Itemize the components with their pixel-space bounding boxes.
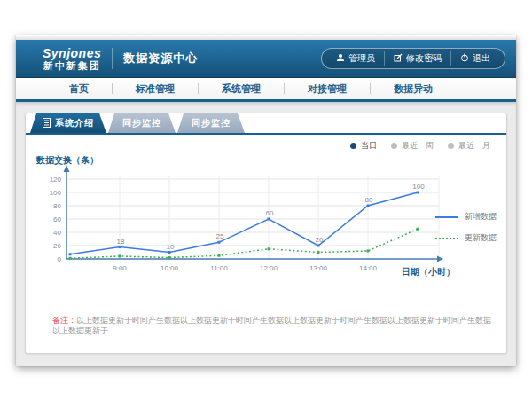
logout-label: 退出 [473,52,490,65]
exchange-line-chart: 数据交换（条）日期（小时）0204060801001209:0010:0011:… [33,154,458,294]
svg-text:20: 20 [316,236,324,244]
svg-text:10: 10 [167,243,175,251]
chart-legend: 新增数据 更新数据 [435,211,497,244]
svg-text:80: 80 [365,196,373,204]
radio-label: 最近一周 [402,140,434,152]
svg-text:12:00: 12:00 [260,264,278,272]
company-logo: Synjones 新中新集团 [43,47,101,71]
nav-item-data-change[interactable]: 数据异动 [371,82,456,96]
svg-text:0: 0 [58,255,62,263]
edit-icon [394,53,403,64]
svg-text:13:00: 13:00 [309,264,328,272]
svg-text:100: 100 [50,189,62,197]
user-account-label: 管理员 [348,52,375,65]
radio-label: 当日 [361,140,377,152]
legend-label: 新增数据 [465,211,497,223]
legend-item-updated-data: 更新数据 [435,232,497,244]
svg-text:日期（小时）: 日期（小时） [402,267,455,277]
radio-last-week[interactable]: 最近一周 [391,140,434,152]
svg-text:10:00: 10:00 [160,264,179,272]
svg-text:9:00: 9:00 [113,264,127,272]
svg-text:11:00: 11:00 [210,264,228,272]
footnote: 备注：以上数据更新于时间产生数据以上数据更新于时间产生数据以上数据更新于时间产生… [52,316,497,336]
main-panel: 系统介绍 同步监控 同步监控 当日 [25,113,507,354]
header-divider [112,48,113,69]
change-password-button[interactable]: 修改密码 [384,51,450,66]
logo-text-en: Synjones [43,47,101,59]
nav-item-connection-mgmt[interactable]: 对接管理 [285,82,370,96]
legend-line-dotted-icon [435,238,458,239]
content-area: 系统介绍 同步监控 同步监控 当日 [16,102,516,366]
power-icon [460,53,469,64]
radio-dot-icon [391,143,397,149]
tab-label: 同步监控 [122,117,161,129]
page-title: 数据资源中心 [123,51,198,66]
nav-item-home[interactable]: 首页 [46,82,112,96]
radio-today[interactable]: 当日 [350,140,377,152]
svg-text:40: 40 [53,229,61,237]
radio-last-month[interactable]: 最近一月 [448,140,490,152]
radio-label: 最近一月 [458,140,490,152]
svg-text:14:00: 14:00 [359,264,378,272]
tab-label: 同步监控 [192,117,231,129]
footnote-prefix: 备注： [52,316,76,325]
tab-label: 系统介绍 [55,117,94,129]
app-header: Synjones 新中新集团 数据资源中心 管理员 修改密码 [16,40,516,78]
tab-system-intro[interactable]: 系统介绍 [30,113,106,133]
legend-label: 更新数据 [465,232,497,244]
svg-text:60: 60 [266,209,274,217]
radio-dot-icon [448,143,454,149]
legend-item-new-data: 新增数据 [435,211,497,223]
user-account-button[interactable]: 管理员 [327,51,384,66]
svg-text:60: 60 [53,215,61,223]
svg-text:数据交换（条）: 数据交换（条） [35,155,98,165]
svg-text:20: 20 [53,242,61,250]
user-icon [336,53,345,64]
legend-line-solid-icon [435,216,458,218]
app-window: Synjones 新中新集团 数据资源中心 管理员 修改密码 [16,35,516,366]
document-icon [43,118,51,129]
panel-body: 当日 最近一周 最近一月 数据交换（条）日期（小时）02040608010012… [26,135,506,353]
radio-dot-icon [350,143,356,149]
svg-text:80: 80 [53,202,61,210]
main-nav: 首页 标准管理 系统管理 对接管理 数据异动 [16,78,516,99]
tab-sync-monitor-2[interactable]: 同步监控 [177,113,245,133]
svg-text:25: 25 [216,232,224,240]
nav-item-standard-mgmt[interactable]: 标准管理 [113,82,198,96]
tab-bar: 系统介绍 同步监控 同步监控 [26,113,506,133]
footnote-text: 以上数据更新于时间产生数据以上数据更新于时间产生数据以上数据更新于时间产生数据以… [52,316,491,335]
time-range-filter: 当日 最近一周 最近一月 [350,140,490,152]
user-menu: 管理员 修改密码 退出 [321,48,505,69]
change-password-label: 修改密码 [406,52,442,65]
svg-text:18: 18 [117,238,125,246]
svg-text:100: 100 [412,183,425,191]
page: Synjones 新中新集团 数据资源中心 管理员 修改密码 [0,0,532,399]
tab-sync-monitor-1[interactable]: 同步监控 [108,113,176,133]
nav-item-system-mgmt[interactable]: 系统管理 [199,82,284,96]
logo-text-cn: 新中新集团 [43,61,101,71]
logout-button[interactable]: 退出 [450,51,499,66]
svg-text:120: 120 [50,176,62,184]
